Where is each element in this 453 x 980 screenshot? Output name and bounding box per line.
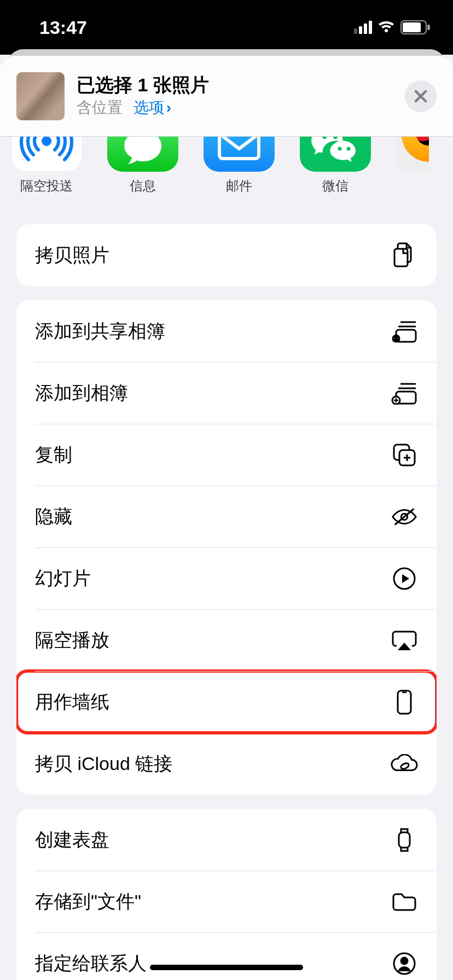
shared-album-icon — [391, 320, 418, 343]
watch-icon — [391, 827, 418, 853]
action-label: 幻灯片 — [35, 566, 391, 591]
svg-point-8 — [347, 147, 351, 151]
action-watchface[interactable]: 创建表盘 — [16, 809, 437, 871]
action-label: 隔空播放 — [35, 628, 391, 653]
copy-doc-icon — [391, 242, 418, 269]
sheet-subtitle: 含位置 选项› — [77, 97, 405, 118]
chevron-right-icon: › — [166, 99, 171, 116]
action-label: 创建表盘 — [35, 827, 391, 853]
airplay-icon — [391, 629, 418, 651]
person-circle-icon — [391, 952, 418, 976]
app-airdrop[interactable]: 隔空投送 — [11, 137, 82, 221]
phone-icon — [391, 689, 418, 715]
album-add-icon — [391, 382, 418, 405]
close-button[interactable] — [405, 80, 437, 112]
action-duplicate[interactable]: 复制 — [16, 424, 437, 486]
app-label: 微信 — [300, 177, 371, 195]
cloud-link-icon — [391, 754, 418, 774]
status-indicators — [354, 20, 431, 34]
action-wallpaper[interactable]: 用作墙纸 — [16, 671, 437, 733]
cellular-icon — [354, 21, 372, 34]
location-note: 含位置 — [77, 99, 123, 116]
action-icloud-link[interactable]: 拷贝 iCloud 链接 — [16, 733, 437, 795]
action-add-shared-album[interactable]: 添加到共享相簿 — [16, 300, 437, 362]
airdrop-icon — [11, 137, 82, 172]
messages-icon — [107, 137, 178, 172]
mail-icon — [204, 137, 275, 172]
home-indicator[interactable] — [150, 965, 303, 970]
app-label: 邮件 — [204, 177, 275, 195]
action-label: 拷贝照片 — [35, 243, 391, 268]
action-label: 复制 — [35, 442, 391, 468]
folder-icon — [391, 891, 418, 912]
action-hide[interactable]: 隐藏 — [16, 486, 437, 547]
action-label: 拷贝 iCloud 链接 — [35, 751, 391, 777]
action-assign-contact[interactable]: 指定给联系人 — [16, 932, 437, 980]
svg-rect-1 — [403, 22, 421, 32]
action-group: 创建表盘 存储到"文件" 指定给联系人 打印 — [16, 809, 437, 980]
duplicate-icon — [391, 442, 418, 468]
action-group: 添加到共享相簿 添加到相簿 复制 隐藏 — [16, 300, 437, 795]
app-label: 隔空投送 — [11, 177, 82, 195]
wechat-icon — [300, 137, 371, 172]
action-label: 隐藏 — [35, 504, 391, 529]
action-label: 添加到共享相簿 — [35, 319, 391, 344]
photo-thumbnail[interactable] — [16, 72, 65, 120]
action-label: 存储到"文件" — [35, 889, 391, 914]
app-messages[interactable]: 信息 — [107, 137, 178, 221]
eye-slash-icon — [391, 506, 418, 527]
sheet-header: 已选择 1 张照片 含位置 选项› — [0, 56, 453, 137]
close-icon — [414, 89, 428, 103]
svg-rect-19 — [398, 691, 411, 714]
svg-point-20 — [400, 762, 410, 769]
action-save-files[interactable]: 存储到"文件" — [16, 871, 437, 932]
battery-icon — [400, 20, 431, 34]
wifi-icon — [378, 21, 395, 34]
app-mail[interactable]: 邮件 — [204, 137, 275, 221]
status-time: 13:47 — [39, 17, 87, 38]
action-label: 指定给联系人 — [35, 951, 391, 976]
weibo-icon — [396, 137, 429, 172]
action-airplay[interactable]: 隔空播放 — [16, 609, 437, 671]
svg-point-7 — [338, 147, 342, 151]
action-label: 用作墙纸 — [35, 690, 391, 715]
share-sheet: 已选择 1 张照片 含位置 选项› — [0, 56, 453, 980]
status-bar: 13:47 — [0, 0, 453, 55]
svg-rect-9 — [394, 249, 408, 266]
action-label: 添加到相簿 — [35, 381, 391, 406]
svg-point-3 — [42, 137, 51, 146]
action-add-album[interactable]: 添加到相簿 — [16, 362, 437, 424]
app-label: 信息 — [107, 177, 178, 195]
svg-rect-2 — [427, 25, 430, 30]
share-apps-row[interactable]: 隔空投送 信息 邮件 微信 — [0, 137, 453, 224]
action-group: 拷贝照片 — [16, 224, 437, 286]
action-slideshow[interactable]: 幻灯片 — [16, 547, 437, 609]
svg-point-23 — [401, 958, 408, 964]
actions-list[interactable]: 拷贝照片 添加到共享相簿 添加到相簿 复制 — [0, 224, 453, 980]
action-copy-photo[interactable]: 拷贝照片 — [16, 224, 437, 286]
sheet-title: 已选择 1 张照片 — [77, 74, 405, 96]
app-wechat[interactable]: 微信 — [300, 137, 371, 221]
play-circle-icon — [391, 567, 418, 591]
svg-rect-21 — [399, 832, 410, 848]
app-extra[interactable] — [396, 137, 429, 221]
options-link[interactable]: 选项› — [133, 99, 171, 116]
